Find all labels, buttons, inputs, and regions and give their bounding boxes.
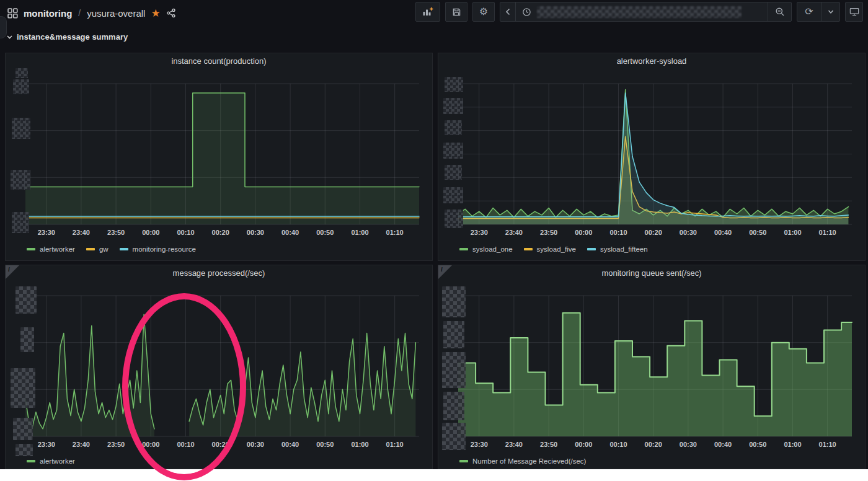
redacted-axis-label bbox=[445, 77, 463, 92]
svg-text:01:10: 01:10 bbox=[819, 441, 836, 448]
redacted-axis-label bbox=[445, 165, 462, 180]
redacted-axis-label bbox=[445, 210, 463, 228]
legend-swatch bbox=[587, 248, 596, 250]
redacted-axis-label bbox=[12, 118, 30, 139]
zoom-out-time-button[interactable] bbox=[768, 2, 791, 21]
legend-label: gw bbox=[99, 245, 108, 253]
svg-text:01:10: 01:10 bbox=[386, 229, 404, 236]
add-panel-button[interactable] bbox=[415, 2, 440, 22]
dashboard-toolbar: ⚙ ⟳ bbox=[415, 2, 863, 22]
svg-text:00:30: 00:30 bbox=[247, 441, 264, 448]
legend-item[interactable]: alertworker bbox=[27, 245, 75, 253]
time-range-back-button[interactable] bbox=[500, 2, 515, 21]
legend: alertworker bbox=[27, 457, 75, 465]
legend-swatch bbox=[459, 248, 468, 250]
redacted-axis-label bbox=[11, 368, 35, 408]
legend-swatch bbox=[120, 248, 128, 250]
dashboard-settings-button[interactable]: ⚙ bbox=[472, 2, 495, 22]
panel-monitoring-queue-sent: i monitoring queue sent(/sec) 23:3023:40… bbox=[438, 265, 866, 469]
legend: sysload_onesysload_fivesysload_fifteen bbox=[459, 245, 648, 253]
svg-text:00:30: 00:30 bbox=[680, 229, 697, 236]
svg-text:00:50: 00:50 bbox=[316, 441, 334, 448]
legend-swatch bbox=[524, 248, 533, 250]
chart-instance-count[interactable]: 23:3023:4023:5000:0000:1000:2000:3000:40… bbox=[6, 53, 433, 261]
redacted-axis-label bbox=[11, 170, 30, 190]
legend-item[interactable]: gw bbox=[86, 245, 108, 253]
svg-text:23:40: 23:40 bbox=[505, 229, 523, 236]
time-range-picker-button[interactable] bbox=[515, 2, 768, 21]
panel-alertworker-sysload: alertworker-sysload 23:3023:4023:5000:00… bbox=[438, 53, 866, 261]
legend-label: alertworker bbox=[40, 457, 75, 465]
svg-text:00:30: 00:30 bbox=[680, 441, 697, 448]
svg-text:00:00: 00:00 bbox=[575, 229, 592, 236]
svg-text:00:20: 00:20 bbox=[645, 229, 662, 236]
svg-text:01:10: 01:10 bbox=[819, 229, 836, 236]
svg-text:00:10: 00:10 bbox=[177, 441, 194, 448]
legend-item[interactable]: Number of Message Recieved(/sec) bbox=[459, 457, 586, 465]
svg-text:01:00: 01:00 bbox=[784, 229, 801, 236]
redacted-axis-label bbox=[13, 79, 29, 94]
svg-text:00:40: 00:40 bbox=[714, 441, 732, 448]
svg-text:23:50: 23:50 bbox=[540, 441, 557, 448]
svg-text:01:10: 01:10 bbox=[386, 441, 404, 448]
svg-text:01:00: 01:00 bbox=[784, 441, 801, 448]
share-icon[interactable] bbox=[166, 8, 176, 18]
legend: alertworkergwmonitoring-resource bbox=[27, 245, 196, 253]
redacted-axis-label bbox=[16, 286, 37, 314]
breadcrumb-section[interactable]: monitoring bbox=[24, 8, 72, 19]
refresh-interval-dropdown[interactable] bbox=[821, 2, 839, 21]
svg-text:00:20: 00:20 bbox=[212, 229, 229, 236]
clock-icon bbox=[522, 7, 531, 17]
page-bottom-whitespace bbox=[0, 469, 868, 481]
row-toggle[interactable]: instance&message summary bbox=[6, 32, 128, 42]
row-chevron-down-icon bbox=[6, 35, 13, 40]
redacted-axis-label bbox=[442, 352, 466, 388]
legend-item[interactable]: sysload_one bbox=[459, 245, 513, 253]
save-dashboard-button[interactable] bbox=[445, 2, 467, 22]
redacted-axis-label bbox=[443, 392, 464, 420]
legend: Number of Message Recieved(/sec) bbox=[459, 457, 586, 465]
chart-monitoring-queue-sent[interactable]: 23:3023:4023:5000:0000:1000:2000:3000:40… bbox=[438, 265, 866, 469]
svg-text:00:40: 00:40 bbox=[281, 229, 299, 236]
redacted-axis-label bbox=[20, 327, 34, 352]
legend-label: sysload_fifteen bbox=[600, 245, 648, 253]
redacted-axis-label bbox=[13, 418, 33, 440]
legend-label: sysload_five bbox=[537, 245, 576, 253]
svg-text:00:10: 00:10 bbox=[609, 441, 627, 448]
legend-item[interactable]: sysload_five bbox=[524, 245, 576, 253]
svg-text:23:30: 23:30 bbox=[38, 229, 55, 236]
redacted-axis-label bbox=[442, 286, 466, 317]
svg-text:00:10: 00:10 bbox=[609, 229, 627, 236]
legend-item[interactable]: monitoring-resource bbox=[120, 245, 196, 253]
svg-text:00:00: 00:00 bbox=[142, 441, 159, 448]
legend-label: alertworker bbox=[40, 245, 75, 253]
svg-text:23:50: 23:50 bbox=[107, 441, 125, 448]
header: monitoring / yusura-overall ★ bbox=[7, 5, 176, 21]
chart-message-processed[interactable]: 23:3023:4023:5000:0000:1000:2000:3000:40… bbox=[6, 265, 433, 469]
dashboard-grid-icon[interactable] bbox=[7, 8, 18, 19]
svg-text:00:00: 00:00 bbox=[142, 229, 159, 236]
refresh-icon: ⟳ bbox=[805, 7, 813, 17]
gear-icon: ⚙ bbox=[479, 7, 488, 17]
svg-text:00:20: 00:20 bbox=[212, 441, 229, 448]
chevron-down-icon bbox=[828, 9, 834, 14]
breadcrumb-dashboard[interactable]: yusura-overall bbox=[87, 8, 145, 19]
chart-alertworker-sysload[interactable]: 23:3023:4023:5000:0000:1000:2000:3000:40… bbox=[438, 53, 866, 261]
cycle-view-mode-button[interactable] bbox=[845, 2, 863, 22]
svg-text:00:40: 00:40 bbox=[714, 229, 732, 236]
svg-text:23:30: 23:30 bbox=[471, 229, 488, 236]
panel-message-processed: i message processed(/sec) 23:3023:4023:5… bbox=[5, 265, 433, 469]
refresh-button[interactable]: ⟳ bbox=[797, 2, 821, 21]
favorite-star-icon[interactable]: ★ bbox=[151, 8, 160, 19]
redacted-axis-label bbox=[16, 444, 33, 456]
legend-item[interactable]: sysload_fifteen bbox=[587, 245, 648, 253]
svg-text:00:40: 00:40 bbox=[281, 441, 299, 448]
legend-item[interactable]: alertworker bbox=[27, 457, 75, 465]
legend-swatch bbox=[86, 248, 95, 250]
svg-text:00:10: 00:10 bbox=[177, 229, 194, 236]
redacted-axis-label bbox=[445, 120, 462, 135]
svg-text:23:40: 23:40 bbox=[73, 441, 90, 448]
svg-text:01:00: 01:00 bbox=[351, 229, 368, 236]
svg-text:00:00: 00:00 bbox=[575, 441, 592, 448]
time-range-redacted-text bbox=[537, 6, 742, 18]
